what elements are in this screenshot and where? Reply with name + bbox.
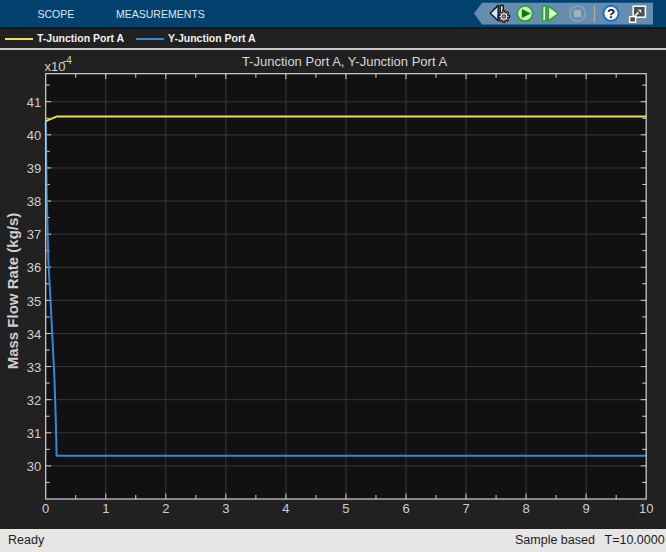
svg-text:39: 39 [27,161,41,176]
svg-text:31: 31 [27,426,41,441]
svg-text:1: 1 [102,501,109,516]
svg-text:6: 6 [402,501,409,516]
svg-text:30: 30 [27,459,41,474]
svg-text:32: 32 [27,393,41,408]
svg-text:34: 34 [27,327,41,342]
svg-text:7: 7 [462,501,469,516]
svg-text:Mass Flow Rate (kg/s): Mass Flow Rate (kg/s) [4,213,21,370]
svg-text:8: 8 [522,501,529,516]
svg-text:-4: -4 [63,55,72,66]
svg-text:0: 0 [42,501,49,516]
svg-text:T-Junction Port A, Y-Junction: T-Junction Port A, Y-Junction Port A [242,54,448,69]
svg-text:36: 36 [27,260,41,275]
svg-text:4: 4 [282,501,289,516]
svg-text:33: 33 [27,360,41,375]
svg-text:5: 5 [342,501,349,516]
svg-text:2: 2 [162,501,169,516]
svg-text:37: 37 [27,227,41,242]
svg-text:35: 35 [27,294,41,309]
svg-text:3: 3 [222,501,229,516]
svg-text:9: 9 [583,501,590,516]
svg-text:38: 38 [27,194,41,209]
svg-text:40: 40 [27,128,41,143]
svg-text:10: 10 [639,501,653,516]
svg-text:41: 41 [27,95,41,110]
svg-text:?: ? [607,6,615,21]
